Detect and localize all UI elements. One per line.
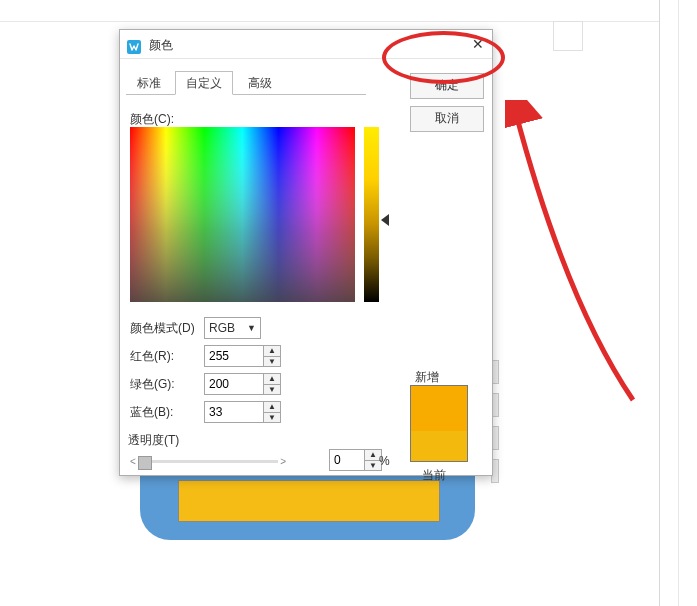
svg-rect-2 [130, 127, 355, 302]
ok-button[interactable]: 确定 [410, 73, 484, 99]
brightness-handle-icon[interactable] [381, 214, 389, 226]
chevron-down-icon[interactable]: ▼ [264, 356, 280, 367]
blue-stepper[interactable]: ▲ ▼ [263, 402, 280, 422]
current-color-swatch [410, 431, 468, 462]
transparency-label: 透明度(T) [128, 432, 179, 449]
chevron-up-icon[interactable]: ▲ [264, 374, 280, 384]
app-icon [126, 37, 142, 53]
current-color-label: 当前 [422, 467, 446, 484]
new-color-swatch [410, 385, 468, 433]
blue-label: 蓝色(B): [130, 404, 204, 421]
page-header-strip [0, 0, 660, 22]
chevron-down-icon[interactable]: ▼ [264, 384, 280, 395]
mode-value: RGB [205, 321, 243, 335]
green-input[interactable] [205, 374, 263, 394]
transparency-slider[interactable]: < > [128, 454, 288, 468]
color-dialog: 颜色 ✕ 标准 自定义 高级 确定 取消 颜色(C): [119, 29, 493, 476]
mode-select[interactable]: RGB ▼ [204, 317, 261, 339]
dialog-titlebar: 颜色 ✕ [120, 30, 492, 59]
new-color-label: 新增 [415, 369, 439, 386]
blue-input[interactable] [205, 402, 263, 422]
tab-strip: 标准 自定义 高级 [126, 71, 283, 95]
bg-shape-yellow [178, 480, 440, 522]
red-stepper[interactable]: ▲ ▼ [263, 346, 280, 366]
transparency-unit: % [379, 454, 390, 468]
red-label: 红色(R): [130, 348, 204, 365]
page-scroll-gutter [678, 0, 697, 606]
color-field-label: 颜色(C): [130, 111, 174, 128]
bg-small-box [553, 21, 583, 51]
chevron-up-icon[interactable]: ▲ [264, 346, 280, 356]
green-stepper[interactable]: ▲ ▼ [263, 374, 280, 394]
tab-custom[interactable]: 自定义 [175, 71, 233, 95]
slider-track[interactable] [138, 460, 278, 463]
chevron-left-icon[interactable]: < [128, 456, 138, 467]
brightness-strip[interactable] [364, 127, 379, 302]
dialog-title: 颜色 [149, 38, 173, 52]
chevron-down-icon: ▼ [243, 323, 260, 333]
transparency-input[interactable] [330, 450, 364, 470]
chevron-down-icon[interactable]: ▼ [264, 412, 280, 423]
color-field[interactable] [130, 127, 355, 302]
page-divider-right [659, 0, 660, 606]
chevron-up-icon[interactable]: ▲ [264, 402, 280, 412]
mode-label: 颜色模式(D) [130, 320, 204, 337]
tab-underline [126, 94, 366, 95]
slider-thumb[interactable] [138, 456, 152, 470]
tab-standard[interactable]: 标准 [126, 71, 172, 95]
tab-advanced[interactable]: 高级 [237, 71, 283, 95]
cancel-button[interactable]: 取消 [410, 106, 484, 132]
dialog-body: 标准 自定义 高级 确定 取消 颜色(C): [120, 59, 492, 476]
red-input[interactable] [205, 346, 263, 366]
annotation-arrow [505, 100, 645, 410]
chevron-right-icon[interactable]: > [278, 456, 288, 467]
close-icon[interactable]: ✕ [470, 36, 486, 52]
green-label: 绿色(G): [130, 376, 204, 393]
